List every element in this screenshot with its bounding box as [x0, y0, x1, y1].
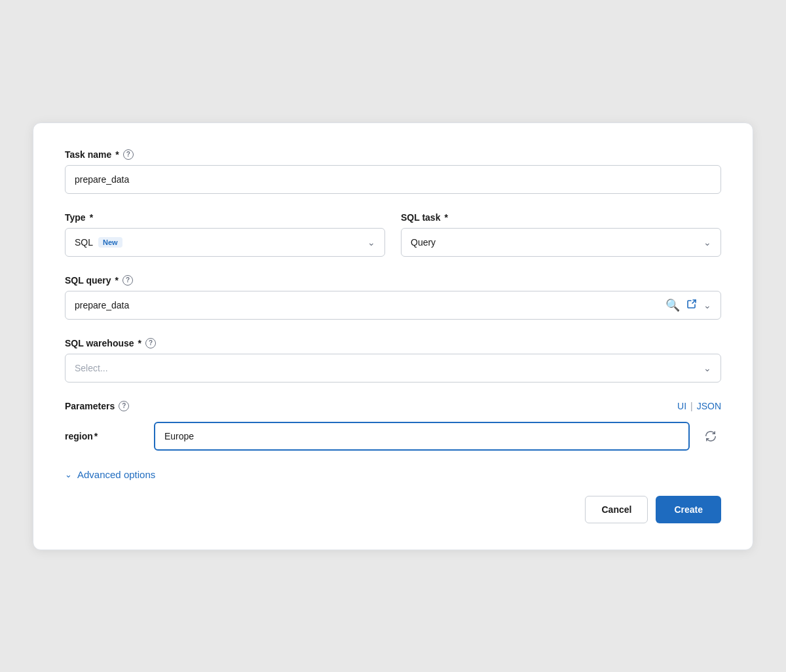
type-label: Type * — [65, 212, 385, 223]
type-select-wrapper: SQL New ⌄ — [65, 228, 385, 257]
sql-warehouse-select-wrapper: Select... ⌄ — [65, 354, 721, 383]
params-ui-btn[interactable]: UI — [677, 401, 686, 411]
parameters-field: Parameters ? UI | JSON region * — [65, 401, 721, 451]
type-sqltask-row: Type * SQL New ⌄ SQL task * — [65, 212, 721, 257]
param-row-region: region * — [65, 422, 721, 451]
cancel-button[interactable]: Cancel — [585, 496, 648, 523]
dialog-footer: Cancel Create — [65, 496, 721, 523]
sql-warehouse-chevron-icon: ⌄ — [703, 363, 711, 373]
param-value-region[interactable] — [154, 422, 690, 451]
params-json-btn[interactable]: JSON — [697, 401, 721, 411]
sql-query-value: prepare_data — [75, 300, 665, 310]
parameters-header: Parameters ? UI | JSON — [65, 401, 721, 411]
sql-query-wrapper: prepare_data 🔍 ⌄ — [65, 291, 721, 320]
type-field: Type * SQL New ⌄ — [65, 212, 385, 257]
sql-query-label: SQL query * ? — [65, 275, 721, 286]
param-name-region: region * — [65, 431, 143, 441]
task-name-label: Task name * ? — [65, 149, 721, 160]
task-name-input[interactable] — [65, 165, 721, 194]
sql-warehouse-select[interactable]: Select... ⌄ — [65, 354, 721, 383]
sql-query-chevron-icon[interactable]: ⌄ — [703, 300, 711, 310]
task-name-field: Task name * ? — [65, 149, 721, 194]
create-task-dialog: Task name * ? Type * SQL New ⌄ — [33, 122, 753, 550]
type-select[interactable]: SQL New ⌄ — [65, 228, 385, 257]
sql-query-help-icon[interactable]: ? — [122, 275, 133, 286]
sql-task-chevron-icon: ⌄ — [703, 237, 711, 248]
sql-warehouse-label: SQL warehouse * ? — [65, 338, 721, 348]
type-chevron-icon: ⌄ — [367, 237, 375, 248]
sql-query-search-icon[interactable]: 🔍 — [665, 298, 680, 312]
sql-warehouse-field: SQL warehouse * ? Select... ⌄ — [65, 338, 721, 383]
advanced-chevron-icon: ⌄ — [65, 470, 72, 479]
sql-task-select-wrapper: Query ⌄ — [401, 228, 721, 257]
params-toggle: UI | JSON — [677, 401, 721, 411]
sql-query-external-link-icon[interactable] — [686, 299, 697, 312]
parameters-help-icon[interactable]: ? — [119, 401, 129, 411]
sql-task-field: SQL task * Query ⌄ — [401, 212, 721, 257]
create-button[interactable]: Create — [656, 496, 721, 523]
advanced-options-toggle[interactable]: ⌄ Advanced options — [65, 469, 721, 480]
sql-task-select[interactable]: Query ⌄ — [401, 228, 721, 257]
sql-query-field: SQL query * ? prepare_data 🔍 ⌄ — [65, 275, 721, 320]
param-reset-icon[interactable] — [700, 430, 721, 443]
parameters-label: Parameters ? — [65, 401, 129, 411]
sql-task-label: SQL task * — [401, 212, 721, 223]
task-name-help-icon[interactable]: ? — [123, 149, 134, 160]
type-new-badge: New — [98, 237, 122, 248]
sql-warehouse-help-icon[interactable]: ? — [145, 338, 156, 348]
